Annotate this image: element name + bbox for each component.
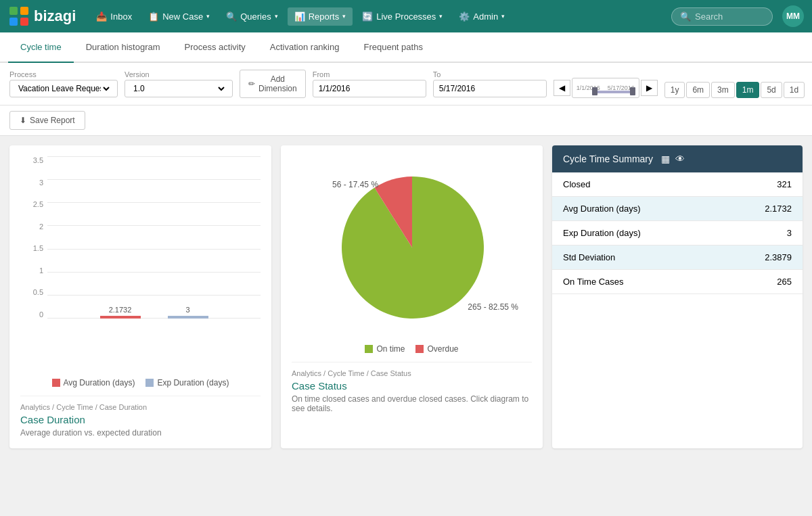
eye-icon[interactable]: 👁 (675, 154, 685, 164)
add-dimension-label: Add Dimension (258, 74, 297, 93)
summary-table: Closed 321 Avg Duration (days) 2.1732 Ex… (552, 172, 803, 294)
reports-icon: 📊 (294, 11, 305, 22)
summary-row-on-time-cases: On Time Cases 265 (552, 270, 803, 294)
legend-ontime: On time (365, 344, 405, 354)
y-label-0: 0 (39, 310, 43, 319)
main-content: 3.5 3 2.5 2 1.5 1 0.5 0 (0, 136, 812, 458)
summary-label-std-deviation: Std Deviation (552, 245, 721, 270)
nav-new-case[interactable]: 📋 New Case ▾ (141, 7, 217, 26)
avatar[interactable]: MM (782, 5, 804, 27)
chevron-down-icon: ▾ (439, 13, 443, 20)
pie-slice-ontime[interactable] (342, 177, 484, 319)
nav-inbox[interactable]: 📥 Inbox (89, 7, 139, 26)
logo[interactable]: bizagi (8, 5, 76, 27)
nav-admin-label: Admin (473, 11, 498, 22)
legend-avg-label: Avg Duration (days) (64, 378, 135, 388)
svg-rect-3 (20, 18, 28, 26)
process-filter-group: Process Vacation Leave Request (9, 70, 118, 97)
from-label: From (313, 70, 426, 78)
pie-chart-legend: On time Overdue (292, 344, 532, 354)
pie-label-ontime: 265 - 82.55 % (468, 302, 518, 312)
from-filter-group: From (313, 70, 426, 97)
summary-title: Cycle Time Summary (563, 154, 653, 164)
from-date-input[interactable] (313, 80, 426, 97)
search-input[interactable] (695, 11, 764, 22)
legend-exp-dot (145, 379, 154, 387)
to-date-input[interactable] (433, 80, 547, 97)
to-label: To (433, 70, 547, 78)
time-btn-6m[interactable]: 6m (686, 82, 710, 98)
summary-value-exp-duration: 3 (721, 221, 803, 245)
pie-chart-card: 56 - 17.45 % 265 - 82.55 % On time Overd… (281, 145, 543, 448)
bar-chart-card: 3.5 3 2.5 2 1.5 1 0.5 0 (9, 145, 271, 448)
legend-ontime-dot (365, 345, 373, 353)
pie-chart-desc: On time closed cases and overdue closed … (292, 394, 532, 413)
summary-label-closed: Closed (552, 172, 721, 197)
bar-chart-breadcrumb: Analytics / Cycle Time / Case Duration (20, 403, 261, 411)
bar-chart-legend: Avg Duration (days) Exp Duration (days) (20, 378, 261, 388)
y-label-1-5: 1.5 (33, 244, 43, 252)
nav-queries[interactable]: 🔍 Queries ▾ (219, 7, 285, 26)
y-label-3-5: 3.5 (33, 156, 43, 164)
svg-rect-2 (9, 18, 18, 26)
legend-overdue: Overdue (415, 344, 458, 354)
search-box[interactable]: 🔍 (671, 7, 773, 26)
pie-chart-title[interactable]: Case Status (292, 380, 532, 392)
newcase-icon: 📋 (148, 11, 159, 22)
summary-value-std-deviation: 2.3879 (721, 245, 803, 270)
version-select[interactable]: 1.0 (125, 80, 233, 97)
logo-text: bizagi (34, 7, 76, 25)
legend-exp: Exp Duration (days) (145, 378, 229, 388)
bar-avg-duration: 2.1732 (100, 306, 141, 319)
y-label-0-5: 0.5 (33, 288, 43, 296)
bar-chart-title[interactable]: Case Duration (20, 414, 261, 425)
pie-chart-footer: Analytics / Cycle Time / Case Status Cas… (292, 362, 532, 413)
legend-ontime-label: On time (376, 344, 405, 354)
nav-reports[interactable]: 📊 Reports ▾ (288, 7, 353, 26)
summary-row-std-deviation: Std Deviation 2.3879 (552, 245, 803, 270)
summary-panel: Cycle Time Summary ▦ 👁 Closed 321 Avg Du… (552, 145, 803, 448)
tab-activation-ranking[interactable]: Activation ranking (258, 32, 352, 63)
version-dropdown[interactable]: 1.0 (131, 83, 227, 94)
nav-admin[interactable]: ⚙️ Admin ▾ (452, 7, 512, 26)
logo-icon (8, 5, 30, 27)
summary-label-exp-duration: Exp Duration (days) (552, 221, 721, 245)
save-report-button[interactable]: ⬇ Save Report (9, 111, 85, 130)
add-dimension-button[interactable]: ✏ Add Dimension (240, 70, 306, 98)
topnav: bizagi 📥 Inbox 📋 New Case ▾ 🔍 Queries ▾ … (0, 0, 812, 32)
y-label-2: 2 (39, 222, 43, 231)
pie-chart-svg (334, 170, 490, 325)
time-btn-1d[interactable]: 1d (784, 82, 805, 98)
process-dropdown[interactable]: Vacation Leave Request (16, 83, 112, 94)
tab-duration-histogram[interactable]: Duration histogram (74, 32, 173, 63)
legend-exp-label: Exp Duration (days) (157, 378, 229, 388)
legend-avg-dot (52, 379, 60, 387)
grid-icon[interactable]: ▦ (661, 154, 670, 164)
pie-chart-area: 56 - 17.45 % 265 - 82.55 % (292, 156, 532, 339)
bar-chart-desc: Average duration vs. expected duration (20, 428, 261, 438)
time-btn-1m[interactable]: 1m (736, 82, 760, 98)
tab-cycle-time[interactable]: Cycle time (8, 32, 74, 63)
y-label-1: 1 (39, 266, 43, 275)
date-range-bar: 1/1/2016 5/17/2016 (572, 78, 639, 98)
save-row: ⬇ Save Report (0, 105, 812, 136)
time-btn-3m[interactable]: 3m (711, 82, 735, 98)
chevron-down-icon: ▾ (206, 13, 210, 20)
filters-row: Process Vacation Leave Request Version 1… (0, 63, 812, 105)
tab-process-activity[interactable]: Process activity (173, 32, 258, 63)
process-select[interactable]: Vacation Leave Request (9, 80, 118, 97)
version-filter-group: Version 1.0 (125, 70, 233, 97)
date-prev-button[interactable]: ◀ (554, 80, 570, 96)
save-icon: ⬇ (20, 116, 26, 125)
search-icon: 🔍 (680, 11, 691, 22)
time-btn-1y[interactable]: 1y (664, 82, 685, 98)
y-label-3: 3 (39, 179, 43, 187)
bar-exp-label: 3 (185, 306, 189, 314)
nav-live-processes[interactable]: 🔄 Live Processes ▾ (355, 7, 449, 26)
pie-chart-breadcrumb: Analytics / Cycle Time / Case Status (292, 369, 532, 377)
save-report-label: Save Report (30, 116, 75, 125)
date-next-button[interactable]: ▶ (641, 80, 658, 96)
tab-frequent-paths[interactable]: Frequent paths (351, 32, 434, 63)
inbox-icon: 📥 (96, 11, 107, 22)
time-btn-5d[interactable]: 5d (761, 82, 782, 98)
